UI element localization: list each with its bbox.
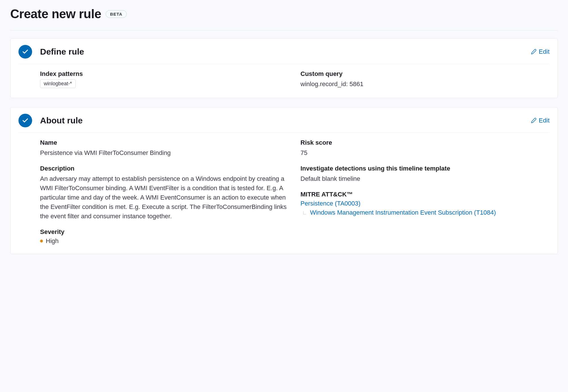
severity-label: Severity	[40, 228, 289, 236]
description-label: Description	[40, 165, 289, 172]
mitre-tactic-link[interactable]: Persistence (TA0003)	[301, 200, 361, 207]
risk-score-label: Risk score	[301, 139, 550, 146]
edit-define-button[interactable]: Edit	[531, 48, 550, 55]
index-pattern-tag: winlogbeat-*	[40, 79, 76, 88]
step-complete-icon	[18, 114, 32, 127]
timeline-template-value: Default blank timeline	[301, 174, 550, 183]
step-complete-icon	[18, 45, 32, 59]
edit-about-button[interactable]: Edit	[531, 117, 550, 124]
mitre-attack-label: MITRE ATT&CK™	[301, 191, 550, 198]
define-rule-panel: Define rule Edit Index patterns winlogbe…	[10, 38, 558, 98]
severity-dot-icon	[40, 240, 43, 242]
beta-badge: BETA	[106, 10, 127, 18]
about-rule-panel: About rule Edit Name Persistence via WMI…	[10, 107, 558, 254]
name-label: Name	[40, 139, 289, 146]
risk-score-value: 75	[301, 148, 550, 157]
define-rule-title: Define rule	[40, 47, 531, 57]
name-value: Persistence via WMI FilterToConsumer Bin…	[40, 148, 289, 157]
pencil-icon	[531, 118, 536, 123]
page-header: Create new rule BETA	[10, 7, 558, 30]
about-rule-title: About rule	[40, 116, 531, 125]
edit-define-label: Edit	[539, 48, 550, 55]
timeline-template-label: Investigate detections using this timeli…	[301, 165, 550, 172]
page-title: Create new rule	[10, 7, 101, 21]
tree-branch-icon: ∟	[302, 210, 307, 216]
custom-query-label: Custom query	[301, 70, 550, 78]
index-patterns-label: Index patterns	[40, 70, 289, 78]
severity-value: High	[46, 237, 59, 245]
mitre-technique-link[interactable]: Windows Management Instrumentation Event…	[310, 209, 496, 216]
custom-query-value: winlog.record_id: 5861	[301, 79, 550, 89]
description-value: An adversary may attempt to establish pe…	[40, 174, 289, 221]
pencil-icon	[531, 49, 536, 55]
edit-about-label: Edit	[539, 117, 550, 124]
